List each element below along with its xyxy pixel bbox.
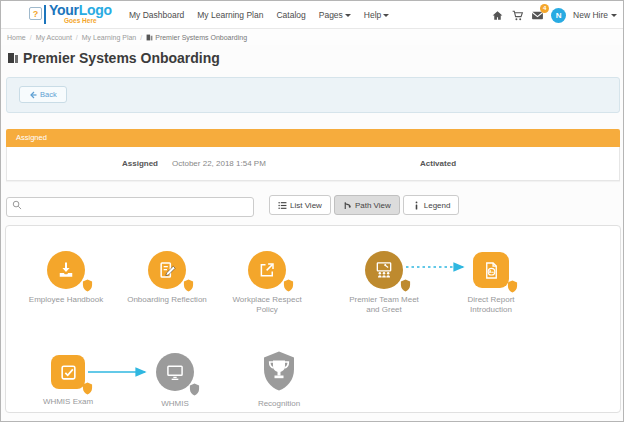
course-node[interactable] xyxy=(51,355,85,389)
course-label: Direct Report Introduction xyxy=(449,295,533,315)
messages-count-badge: 4 xyxy=(540,4,549,13)
nav-my-learning-plan[interactable]: My Learning Plan xyxy=(197,10,263,20)
breadcrumb-my-account[interactable]: My Account xyxy=(36,34,72,41)
nav-my-dashboard[interactable]: My Dashboard xyxy=(129,10,184,20)
course-label: Recognition xyxy=(237,399,321,409)
svg-text:A+: A+ xyxy=(488,269,494,274)
path-icon xyxy=(343,201,352,210)
arrow-left-icon xyxy=(29,91,37,99)
shield-badge-icon xyxy=(283,279,294,292)
shield-badge-icon xyxy=(189,383,200,396)
assigned-label: Assigned xyxy=(122,159,158,168)
main-nav: My Dashboard My Learning Plan Catalog Pa… xyxy=(129,1,389,29)
monitor-icon xyxy=(165,362,185,382)
logo-divider xyxy=(44,5,46,24)
search-icon xyxy=(12,200,22,210)
logo-question-icon: ? xyxy=(29,7,42,20)
search-input[interactable] xyxy=(6,197,254,217)
logo[interactable]: ? YourLogo Goes Here xyxy=(29,3,112,25)
external-link-icon xyxy=(258,261,276,279)
activated-label: Activated xyxy=(420,159,456,168)
logo-subtext: Goes Here xyxy=(49,18,112,25)
download-icon xyxy=(56,260,76,280)
shield-badge-icon xyxy=(183,279,194,292)
status-header: Assigned xyxy=(6,129,620,147)
top-navbar: ? YourLogo Goes Here My Dashboard My Lea… xyxy=(1,1,623,29)
search-box xyxy=(6,195,254,215)
chevron-down-icon xyxy=(611,14,617,17)
course-label: WHMIS Exam xyxy=(26,397,110,407)
learning-plan-icon xyxy=(7,52,19,64)
breadcrumb-home[interactable]: Home xyxy=(7,34,26,41)
nav-help[interactable]: Help xyxy=(364,10,389,20)
course-node[interactable] xyxy=(47,251,85,289)
course-label: Employee Handbook xyxy=(24,295,108,305)
shield-badge-icon xyxy=(400,279,411,292)
app-window: ? YourLogo Goes Here My Dashboard My Lea… xyxy=(0,0,624,422)
shield-badge-icon xyxy=(82,279,93,292)
course-connections xyxy=(6,226,622,414)
status-body: Assigned October 22, 2018 1:54 PM Activa… xyxy=(6,147,620,181)
breadcrumb-my-learning-plan[interactable]: My Learning Plan xyxy=(82,34,136,41)
course-node[interactable] xyxy=(261,350,297,392)
course-label: WHMIS xyxy=(133,399,217,409)
trophy-shield-icon xyxy=(261,350,297,392)
course-node[interactable] xyxy=(365,251,403,289)
course-node[interactable]: A+ xyxy=(473,252,509,288)
home-icon[interactable] xyxy=(491,9,504,22)
cart-icon[interactable] xyxy=(511,9,524,22)
view-toggle-group: List View Path View Legend xyxy=(269,195,459,215)
course-label: Onboarding Reflection xyxy=(125,295,209,305)
assigned-value: October 22, 2018 1:54 PM xyxy=(172,159,266,168)
learning-plan-icon xyxy=(146,34,153,41)
avatar[interactable]: N xyxy=(551,8,566,23)
list-icon xyxy=(278,201,287,210)
course-label: Premier Team Meet and Greet xyxy=(342,295,426,315)
path-view-panel: Employee Handbook Onboarding Reflection … xyxy=(5,225,621,413)
chevron-down-icon xyxy=(345,14,351,17)
nav-catalog[interactable]: Catalog xyxy=(276,10,305,20)
path-view-button[interactable]: Path View xyxy=(334,195,400,215)
nav-pages[interactable]: Pages xyxy=(319,10,351,20)
user-menu[interactable]: New Hire xyxy=(573,10,617,20)
legend-button[interactable]: Legend xyxy=(403,195,460,215)
course-node[interactable] xyxy=(148,251,186,289)
logo-text: YourLogo xyxy=(49,3,112,17)
shield-badge-icon xyxy=(82,382,93,395)
breadcrumb-current: Premier Systems Onboarding xyxy=(146,34,247,41)
list-view-button[interactable]: List View xyxy=(269,195,331,215)
chevron-down-icon xyxy=(383,14,389,17)
checkbox-icon xyxy=(59,363,78,382)
action-panel: Back xyxy=(6,77,620,113)
back-button[interactable]: Back xyxy=(19,86,67,103)
course-label: Workplace Respect Policy xyxy=(225,295,309,315)
course-node[interactable] xyxy=(248,251,286,289)
graded-assignment-icon: A+ xyxy=(482,261,501,280)
breadcrumb: Home / My Account / My Learning Plan / P… xyxy=(1,29,623,45)
edit-document-icon xyxy=(157,260,177,280)
shield-badge-icon xyxy=(507,280,518,293)
classroom-icon xyxy=(374,260,394,280)
messages-icon[interactable]: 4 xyxy=(531,9,544,22)
page-title: Premier Systems Onboarding xyxy=(7,50,220,66)
info-icon xyxy=(412,201,421,210)
